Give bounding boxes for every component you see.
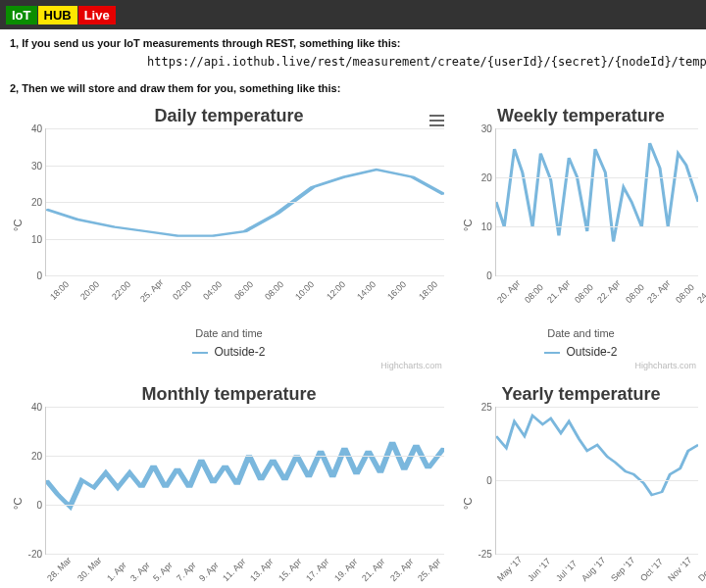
x-ticks: May '17Jun '17Jul '17Aug '17Sep '17Oct '…: [495, 555, 698, 588]
intro-block: 1, If you send us your IoT measurements …: [0, 29, 706, 102]
legend-swatch: [192, 352, 208, 354]
y-tick-label: 0: [471, 475, 492, 486]
chart-monthly: Monthly temperature °C -2002040 28. Mar3…: [10, 380, 452, 588]
plot-area: 010203040: [45, 128, 444, 276]
x-ticks: 28. Mar30. Mar1. Apr3. Apr5. Apr7. Apr9.…: [45, 555, 444, 588]
chart-title: Weekly temperature: [460, 106, 702, 126]
legend-label: Outside-2: [214, 345, 265, 359]
grid-line: [496, 275, 698, 276]
y-tick-label: 10: [471, 221, 492, 232]
x-tick-label: 25. Apr: [416, 557, 454, 588]
chart-title: Daily temperature: [10, 106, 448, 126]
grid-line: [496, 128, 698, 129]
plot-area: -2002040: [45, 407, 444, 555]
y-tick-label: 20: [21, 197, 42, 208]
x-ticks: 18:0020:0022:0025. Apr02:0004:0006:0008:…: [45, 276, 444, 323]
y-tick-label: 30: [471, 123, 492, 134]
hamburger-icon[interactable]: [429, 112, 444, 129]
grid-line: [46, 505, 444, 506]
intro-line-2: 2, Then we will store and draw them for …: [10, 82, 696, 94]
y-tick-label: 0: [21, 500, 42, 511]
y-axis-label: °C: [462, 498, 474, 510]
x-axis-label: Date and time: [10, 327, 448, 339]
y-tick-label: -20: [21, 549, 42, 560]
grid-line: [46, 407, 444, 408]
grid-line: [46, 128, 444, 129]
y-tick-label: 40: [21, 123, 42, 134]
grid-line: [496, 480, 698, 481]
charts-grid: Daily temperature °C 010203040 18:0020:0…: [0, 102, 706, 588]
logo-pill-iot: IoT: [6, 6, 37, 24]
series-line: [46, 407, 444, 554]
grid-line: [496, 177, 698, 178]
chart-weekly: Weekly temperature °C 0102030 20. Apr08:…: [460, 102, 706, 372]
chart-title: Yearly temperature: [460, 384, 702, 405]
y-tick-label: 10: [21, 233, 42, 244]
y-tick-label: 30: [21, 160, 42, 171]
y-tick-label: 0: [471, 270, 492, 281]
x-axis-label: Date and time: [460, 327, 702, 339]
y-tick-label: 40: [21, 402, 42, 413]
x-tick-label: 18:00: [414, 276, 454, 317]
grid-line: [46, 239, 444, 240]
legend-label: Outside-2: [566, 345, 617, 359]
chart-credit: Highcharts.com: [10, 361, 448, 370]
legend: Outside-2: [460, 345, 702, 359]
logo-pill-hub: HUB: [38, 6, 77, 24]
legend-swatch: [544, 352, 560, 354]
grid-line: [496, 226, 698, 227]
chart-title: Monthly temperature: [10, 384, 448, 405]
grid-line: [496, 407, 698, 408]
grid-line: [46, 456, 444, 457]
y-tick-label: 20: [471, 172, 492, 183]
grid-line: [46, 275, 444, 276]
y-axis-label: °C: [12, 220, 24, 231]
y-tick-label: 0: [21, 270, 42, 281]
api-url-example: https://api.iothub.live/rest/measurement…: [147, 55, 696, 69]
grid-line: [46, 166, 444, 167]
y-tick-label: 25: [471, 402, 492, 413]
chart-credit: Highcharts.com: [460, 361, 702, 370]
grid-line: [46, 202, 444, 203]
intro-line-1: 1, If you send us your IoT measurements …: [10, 37, 696, 49]
x-ticks: 20. Apr08:0021. Apr08:0022. Apr08:0023. …: [495, 276, 698, 323]
grid-line: [46, 554, 444, 555]
plot-area: 0102030: [495, 128, 698, 276]
grid-line: [496, 554, 698, 555]
series-line: [496, 128, 698, 275]
chart-daily: Daily temperature °C 010203040 18:0020:0…: [10, 102, 452, 372]
legend: Outside-2: [10, 345, 448, 359]
y-tick-label: -25: [471, 549, 492, 560]
logo-pill-live: Live: [78, 6, 116, 24]
chart-yearly: Yearly temperature °C -25025 May '17Jun …: [460, 380, 706, 588]
plot-area: -25025: [495, 407, 698, 555]
app-header: IoT HUB Live: [0, 0, 706, 29]
y-tick-label: 20: [21, 451, 42, 462]
